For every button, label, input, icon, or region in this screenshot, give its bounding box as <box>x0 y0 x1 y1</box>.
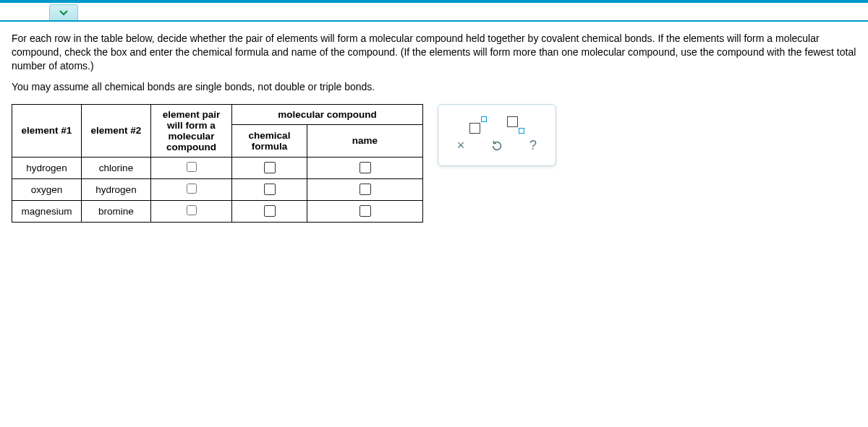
chevron-down-icon <box>59 10 68 16</box>
instructions-p1: For each row in the table below, decide … <box>12 32 856 73</box>
dropdown-tab[interactable] <box>49 4 78 20</box>
reset-icon <box>490 139 503 152</box>
header-element-2: element #2 <box>82 104 151 157</box>
superscript-button[interactable] <box>469 116 487 134</box>
subscript-button[interactable] <box>507 116 524 134</box>
will-form-checkbox[interactable] <box>187 205 197 215</box>
header-element-1: element #1 <box>12 104 82 157</box>
tool-panel: × ? <box>438 104 556 166</box>
close-button[interactable]: × <box>453 138 469 154</box>
header-chemical-formula: chemical formula <box>232 125 307 157</box>
compound-table: element #1 element #2 element pair will … <box>12 104 423 223</box>
header-will-form: element pair will form a molecular compo… <box>151 104 232 157</box>
help-button[interactable]: ? <box>525 138 541 154</box>
table-row: oxygen hydrogen <box>12 178 423 200</box>
cell-element-2: chlorine <box>82 157 151 178</box>
name-input[interactable] <box>359 205 371 217</box>
formula-input[interactable] <box>264 184 276 195</box>
cell-element-2: hydrogen <box>82 178 151 200</box>
formula-input[interactable] <box>264 205 276 217</box>
help-icon: ? <box>529 138 537 153</box>
header-molecular-compound: molecular compound <box>232 104 423 125</box>
cell-element-1: oxygen <box>12 178 82 200</box>
cell-element-2: bromine <box>82 200 151 222</box>
formula-input[interactable] <box>264 162 276 173</box>
table-row: hydrogen chlorine <box>12 157 423 178</box>
name-input[interactable] <box>359 184 371 195</box>
will-form-checkbox[interactable] <box>187 162 197 172</box>
instructions-block: For each row in the table below, decide … <box>12 32 856 94</box>
reset-button[interactable] <box>489 138 505 154</box>
header-name: name <box>307 125 423 157</box>
name-input[interactable] <box>359 162 371 173</box>
close-icon: × <box>457 138 465 153</box>
will-form-checkbox[interactable] <box>187 184 197 194</box>
table-row: magnesium bromine <box>12 200 423 222</box>
cell-element-1: hydrogen <box>12 157 82 178</box>
cell-element-1: magnesium <box>12 200 82 222</box>
instructions-p2: You may assume all chemical bonds are si… <box>12 80 856 94</box>
